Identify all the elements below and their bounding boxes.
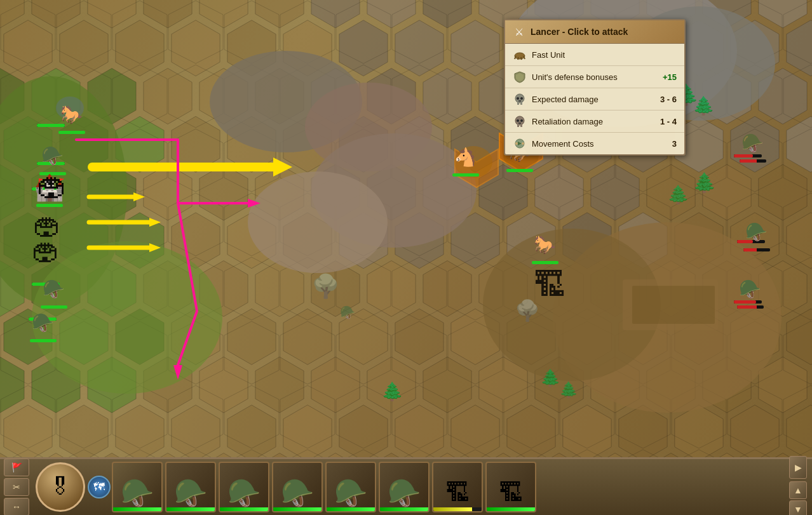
unit-marker-lancer[interactable]: 🐴 <box>451 141 480 177</box>
tooltip-panel: ⚔ Lancer - Click to attack Fast Unit Uni… <box>504 19 686 156</box>
unit-health-bar-4 <box>273 507 321 511</box>
unit-hp-fill <box>743 248 757 251</box>
nav-up-button[interactable]: ▲ <box>789 481 807 499</box>
unit-health-fill-6 <box>380 507 428 511</box>
movement-value: 3 <box>672 139 677 149</box>
defense-value: +15 <box>663 72 677 82</box>
unit-health-fill-3 <box>220 507 268 511</box>
commander-portrait[interactable]: 🎖 <box>36 462 85 512</box>
unit-hp-fill <box>532 261 558 264</box>
svg-rect-53 <box>517 102 519 105</box>
svg-point-55 <box>517 97 519 100</box>
unit-health-fill-7 <box>433 507 472 511</box>
tree-2: 🌲 <box>693 95 715 116</box>
unit-hp-fill <box>30 339 57 342</box>
svg-rect-58 <box>517 124 519 127</box>
unit-hp-bar <box>452 173 479 177</box>
tooltip-header-text: Lancer - Click to attack <box>531 27 628 37</box>
fortification-left3: 🏟 <box>32 235 60 267</box>
svg-line-49 <box>518 57 518 60</box>
unit-marker-cavalry-1[interactable]: 🐎 <box>57 98 86 134</box>
nav-down-button[interactable]: ▼ <box>789 500 807 515</box>
unit-hp-bar <box>740 159 766 163</box>
unit-health-bar-2 <box>166 507 215 511</box>
unit-slot-1[interactable]: 🪖 <box>112 462 163 512</box>
tree-4: 🌲 <box>693 171 716 194</box>
unit-hp-fill <box>506 169 533 172</box>
unit-hp-bar <box>506 169 533 172</box>
unit-marker-cavalry-2[interactable]: 🐎 <box>531 229 559 264</box>
map-canvas <box>0 0 812 457</box>
tooltip-row-retaliation: Retaliation damage 1 - 4 <box>505 110 684 133</box>
unit-slot-2[interactable]: 🪖 <box>165 462 216 512</box>
fast-unit-icon <box>513 48 527 62</box>
fortification-left: 🏟 <box>37 168 67 203</box>
unit-figure: 🪖 <box>39 273 68 305</box>
unit-figure: 🐴 <box>451 141 480 173</box>
unit-hp-fill <box>737 305 757 309</box>
unit-marker-enemy-2[interactable]: 🪖 <box>742 216 771 251</box>
unit-slot-figure-1: 🪖 <box>115 470 159 511</box>
unit-slot-figure-7: 🏗 <box>435 470 480 511</box>
unit-health-fill-2 <box>166 507 215 511</box>
unit-hp-bar <box>737 305 764 309</box>
tooltip-row-movement: Movement Costs 3 <box>505 133 684 154</box>
shield-icon <box>513 70 527 84</box>
svg-point-60 <box>517 119 519 122</box>
expected-damage-value: 3 - 6 <box>660 95 677 104</box>
tooltip-row-fast-unit: Fast Unit <box>505 44 684 66</box>
unit-figure: 🪖 <box>742 216 771 248</box>
unit-slot-figure-3: 🪖 <box>222 470 266 511</box>
unit-health-bar-1 <box>113 507 161 511</box>
unit-health-bar-5 <box>327 507 375 511</box>
unit-slot-6[interactable]: 🪖 <box>379 462 430 512</box>
unit-hp-bar <box>532 261 558 264</box>
movement-icon <box>513 137 527 150</box>
unit-hp-bar <box>30 339 57 342</box>
unit-figure: 🐎 <box>57 98 86 130</box>
unit-figure: 🪖 <box>38 140 67 171</box>
unit-slot-5[interactable]: 🪖 <box>325 462 376 512</box>
unit-hp-fill <box>58 131 85 134</box>
unit-slot-7[interactable]: 🏗 <box>432 462 483 512</box>
retaliation-value: 1 - 4 <box>660 117 677 126</box>
flag-button-1[interactable]: 🚩 <box>4 458 29 476</box>
unit-marker-enemy-3[interactable]: 🪖 <box>736 273 764 309</box>
svg-point-64 <box>522 142 524 145</box>
unit-health-bar-8 <box>487 507 535 511</box>
svg-rect-54 <box>520 102 522 105</box>
game-map[interactable]: 🐎 🪖 🏰 🪖 🪖 🐴 🐎 <box>0 0 812 457</box>
unit-marker-infantry-3[interactable]: 🪖 <box>29 307 57 342</box>
unit-slot-figure-5: 🪖 <box>328 470 373 511</box>
dead-tree-2: 🌳 <box>515 298 540 323</box>
flag-button-2[interactable]: ✂ <box>4 478 29 496</box>
tooltip-header[interactable]: ⚔ Lancer - Click to attack <box>505 20 684 44</box>
expected-damage-label: Expected damage <box>532 95 655 104</box>
toolbar-flags: 🚩 ✂ ↔ <box>0 456 33 515</box>
unit-marker-enemy-1[interactable]: 🪖 <box>738 127 767 163</box>
unit-health-fill-4 <box>273 507 321 511</box>
unit-slot-3[interactable]: 🪖 <box>219 462 269 512</box>
svg-point-63 <box>515 142 518 145</box>
unit-marker-infantry-2[interactable]: 🪖 <box>39 273 68 309</box>
unit-slot-4[interactable]: 🪖 <box>272 462 323 512</box>
unit-health-fill-1 <box>113 507 161 511</box>
unit-hp-fill <box>740 159 757 163</box>
nav-forward-button[interactable]: ▶ <box>789 456 807 479</box>
tooltip-row-defense: Unit's defense bonuses +15 <box>505 66 684 88</box>
unit-slot-8[interactable]: 🏗 <box>485 462 536 512</box>
unit-slot-figure-6: 🪖 <box>382 470 426 511</box>
unit-health-fill-5 <box>327 507 375 511</box>
unit-health-fill-8 <box>487 507 535 511</box>
svg-point-61 <box>520 119 523 122</box>
defense-label: Unit's defense bonuses <box>532 72 658 82</box>
flag-button-3[interactable]: ↔ <box>4 498 29 515</box>
skull-icon-2 <box>513 114 527 128</box>
unit-figure: 🪖 <box>29 307 57 338</box>
unit-hp-fill <box>452 173 479 177</box>
minimap-button[interactable]: 🗺 <box>88 476 111 498</box>
unit-slot-figure-2: 🪖 <box>168 470 213 511</box>
unit-hp-fill <box>36 204 63 207</box>
toolbar-end-buttons: ▶ ▲ ▼ <box>789 456 812 515</box>
small-unit-center[interactable]: 🪖 <box>340 305 356 320</box>
